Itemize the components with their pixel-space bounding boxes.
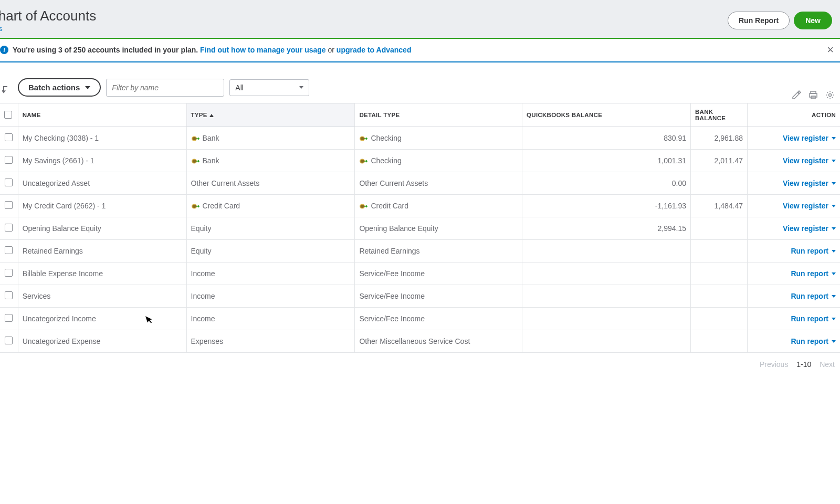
cell-bank-balance: 1,484.47 bbox=[690, 195, 747, 217]
back-to-lists-link[interactable]: Lists bbox=[0, 25, 3, 33]
table-row[interactable]: Billable Expense Income Income Service/F… bbox=[0, 262, 840, 285]
cell-detail: Other Miscellaneous Service Cost bbox=[355, 330, 522, 353]
filter-type-select[interactable]: All bbox=[229, 79, 309, 96]
column-header-name[interactable]: NAME bbox=[18, 103, 186, 127]
svg-point-11 bbox=[361, 160, 364, 163]
row-action-link[interactable]: View register bbox=[783, 224, 836, 233]
svg-point-15 bbox=[361, 205, 364, 208]
cell-qb-balance: 1,001.31 bbox=[522, 150, 691, 172]
table-row[interactable]: My Savings (2661) - 1 Bank Checking 1,00… bbox=[0, 150, 840, 172]
row-action-link[interactable]: View register bbox=[783, 202, 836, 210]
column-header-detail[interactable]: DETAIL TYPE bbox=[355, 103, 522, 127]
new-button[interactable]: New bbox=[794, 12, 832, 29]
row-action-link[interactable]: View register bbox=[783, 134, 836, 142]
cell-name: Uncategorized Income bbox=[18, 308, 186, 330]
banner-link-manage-usage[interactable]: Find out how to manage your usage bbox=[200, 46, 326, 54]
edit-icon[interactable] bbox=[792, 90, 801, 100]
cell-name: Opening Balance Equity bbox=[18, 217, 186, 240]
row-action-link[interactable]: Run report bbox=[791, 292, 836, 300]
table-row[interactable]: Uncategorized Asset Other Current Assets… bbox=[0, 172, 840, 195]
cell-bank-balance bbox=[690, 285, 747, 308]
caret-down-icon bbox=[832, 318, 836, 320]
cell-bank-balance bbox=[690, 217, 747, 240]
caret-down-icon bbox=[832, 205, 836, 207]
row-checkbox[interactable] bbox=[5, 201, 13, 209]
cell-detail: Retained Earnings bbox=[355, 240, 522, 262]
cell-qb-balance bbox=[522, 308, 691, 330]
row-action-link[interactable]: Run report bbox=[791, 269, 836, 278]
row-checkbox[interactable] bbox=[5, 156, 13, 164]
batch-actions-label: Batch actions bbox=[28, 83, 80, 92]
cell-type: Expenses bbox=[186, 330, 355, 353]
cell-type: Bank bbox=[186, 127, 355, 150]
row-checkbox[interactable] bbox=[5, 337, 13, 344]
svg-point-13 bbox=[192, 205, 196, 208]
cell-name: Uncategorized Asset bbox=[18, 172, 186, 195]
column-header-type[interactable]: TYPE bbox=[186, 103, 355, 127]
row-checkbox[interactable] bbox=[5, 224, 13, 232]
pager-previous[interactable]: Previous bbox=[760, 360, 788, 369]
cell-detail: Other Current Assets bbox=[355, 172, 522, 195]
select-all-checkbox[interactable] bbox=[4, 111, 12, 119]
run-report-button[interactable]: Run Report bbox=[728, 12, 790, 29]
table-row[interactable]: My Credit Card (2662) - 1 Credit Card Cr… bbox=[0, 195, 840, 217]
cell-bank-balance bbox=[690, 172, 747, 195]
filter-by-name-input[interactable] bbox=[106, 79, 224, 97]
table-row[interactable]: Opening Balance Equity Equity Opening Ba… bbox=[0, 217, 840, 240]
collapse-handle-icon[interactable] bbox=[2, 85, 9, 94]
cell-bank-balance: 2,961.88 bbox=[690, 127, 747, 150]
cell-detail: Service/Fee Income bbox=[355, 285, 522, 308]
cell-detail: Checking bbox=[355, 150, 522, 172]
svg-point-3 bbox=[829, 94, 832, 97]
table-row[interactable]: Retained Earnings Equity Retained Earnin… bbox=[0, 240, 840, 262]
cell-qb-balance bbox=[522, 285, 691, 308]
row-action-link[interactable]: Run report bbox=[791, 247, 836, 255]
row-checkbox[interactable] bbox=[5, 269, 13, 277]
cell-qb-balance bbox=[522, 240, 691, 262]
row-action-link[interactable]: View register bbox=[783, 156, 836, 165]
pager-next[interactable]: Next bbox=[820, 360, 835, 369]
svg-point-7 bbox=[361, 137, 364, 140]
filter-type-value: All bbox=[235, 83, 244, 92]
caret-down-icon bbox=[832, 182, 836, 185]
cell-qb-balance: -1,161.93 bbox=[522, 195, 691, 217]
row-action-link[interactable]: View register bbox=[783, 179, 836, 187]
column-header-quickbooks-balance[interactable]: QUICKBOOKS BALANCE bbox=[522, 103, 691, 127]
row-action-link[interactable]: Run report bbox=[791, 337, 836, 345]
table-row[interactable]: Services Income Service/Fee Income Run r… bbox=[0, 285, 840, 308]
cell-type: Income bbox=[186, 262, 355, 285]
table-row[interactable]: Uncategorized Expense Expenses Other Mis… bbox=[0, 330, 840, 353]
cell-bank-balance bbox=[690, 262, 747, 285]
batch-actions-dropdown[interactable]: Batch actions bbox=[18, 78, 101, 97]
caret-down-icon bbox=[832, 227, 836, 230]
cell-qb-balance bbox=[522, 330, 691, 353]
row-checkbox[interactable] bbox=[5, 291, 13, 299]
pagination: Previous 1-10 Next bbox=[0, 353, 840, 376]
row-checkbox[interactable] bbox=[5, 246, 13, 254]
row-checkbox[interactable] bbox=[5, 133, 13, 141]
cell-detail: Service/Fee Income bbox=[355, 308, 522, 330]
row-action-link[interactable]: Run report bbox=[791, 314, 836, 323]
banner-prefix: You're using 3 of 250 accounts included … bbox=[13, 46, 200, 54]
row-checkbox[interactable] bbox=[5, 314, 13, 322]
caret-down-icon bbox=[832, 160, 836, 162]
table-row[interactable]: My Checking (3038) - 1 Bank Checking 830… bbox=[0, 127, 840, 150]
pager-range: 1-10 bbox=[796, 360, 811, 369]
print-icon[interactable] bbox=[808, 90, 818, 100]
cell-bank-balance bbox=[690, 308, 747, 330]
banner-link-upgrade[interactable]: upgrade to Advanced bbox=[337, 46, 412, 54]
close-icon[interactable]: × bbox=[827, 44, 834, 56]
cell-detail: Credit Card bbox=[355, 195, 522, 217]
chart-of-accounts-table: NAME TYPE DETAIL TYPE QUICKBOOKS BALANCE… bbox=[0, 103, 840, 353]
gear-icon[interactable] bbox=[825, 90, 835, 100]
usage-banner: i You're using 3 of 250 accounts include… bbox=[0, 38, 840, 62]
column-header-bank-balance[interactable]: BANK BALANCE bbox=[690, 103, 747, 127]
page-header: Chart of Accounts Lists Run Report New bbox=[0, 4, 840, 38]
row-checkbox[interactable] bbox=[5, 178, 13, 186]
page-title: Chart of Accounts bbox=[0, 8, 96, 24]
sort-asc-icon bbox=[209, 114, 214, 117]
cell-name: Billable Expense Income bbox=[18, 262, 186, 285]
cell-type: Credit Card bbox=[186, 195, 355, 217]
table-row[interactable]: Uncategorized Income Income Service/Fee … bbox=[0, 308, 840, 330]
cell-qb-balance: 830.91 bbox=[522, 127, 691, 150]
